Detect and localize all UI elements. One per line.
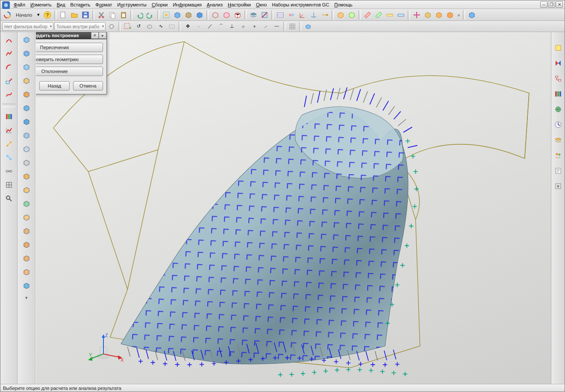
minimize-button[interactable]: – xyxy=(540,1,547,8)
back-button[interactable]: Назад xyxy=(39,81,69,91)
intersections-button[interactable]: Пересечения xyxy=(35,43,103,52)
clock-icon[interactable] xyxy=(553,119,564,130)
menu-формат[interactable]: Формат xyxy=(93,2,115,8)
block-blue-icon[interactable] xyxy=(20,102,33,114)
menu-наборы инструментов gc[interactable]: Наборы инструментов GC xyxy=(269,2,332,8)
dialog-titlebar[interactable]: ◂ ↖ Подтвердить построение ✕ ▸ xyxy=(35,32,106,39)
dialog-close-button[interactable]: ✕ xyxy=(91,32,99,39)
redo-icon[interactable] xyxy=(145,10,156,20)
books2-icon[interactable] xyxy=(553,88,564,99)
tool-a-icon[interactable] xyxy=(275,10,285,20)
snap-point-icon[interactable]: · xyxy=(194,21,204,32)
snap-circle-icon[interactable]: ○ xyxy=(238,21,248,32)
menu-файл[interactable]: Файл xyxy=(11,2,28,8)
curve-red-icon[interactable] xyxy=(3,34,15,46)
cube-a-icon[interactable] xyxy=(335,10,346,20)
save-icon[interactable] xyxy=(80,10,91,20)
cylinder-icon[interactable] xyxy=(20,47,33,59)
note-icon[interactable] xyxy=(553,165,564,176)
snap-perp-icon[interactable]: ⊥ xyxy=(227,21,237,32)
sel-plus-icon[interactable]: + xyxy=(122,21,132,32)
gear-icon[interactable] xyxy=(106,21,117,32)
shade-icon[interactable] xyxy=(194,10,205,20)
section-icon[interactable] xyxy=(259,10,270,20)
sel-rect-icon[interactable] xyxy=(167,21,177,32)
copy-icon[interactable] xyxy=(107,10,118,20)
box-i-icon[interactable] xyxy=(445,10,455,20)
layer-icon[interactable] xyxy=(248,10,259,20)
cone-icon[interactable] xyxy=(20,61,33,73)
menu-информация[interactable]: Информация xyxy=(170,2,204,8)
dialog-next-button[interactable]: ▸ xyxy=(99,32,106,39)
cancel-button[interactable]: Отмена xyxy=(73,81,103,91)
tangent-icon[interactable] xyxy=(3,75,15,87)
help-icon[interactable]: ? xyxy=(42,10,53,20)
snap-icon[interactable] xyxy=(3,138,15,150)
filter-combo[interactable]: Нет фильтра выбор xyxy=(2,22,53,31)
solid-cube-icon[interactable] xyxy=(467,10,477,20)
overflow-icon[interactable]: » xyxy=(456,12,461,18)
block-orange-icon[interactable] xyxy=(20,88,33,100)
snap-line-icon[interactable]: ／ xyxy=(205,21,215,32)
db-icon[interactable] xyxy=(20,129,33,141)
wire-box2-icon[interactable] xyxy=(221,10,232,20)
open-folder-icon[interactable] xyxy=(69,10,79,20)
plane-red-icon[interactable] xyxy=(362,10,373,20)
wire-box3-icon[interactable] xyxy=(232,10,243,20)
sheet2-icon[interactable] xyxy=(20,225,33,237)
menu-инструменты[interactable]: Инструменты xyxy=(115,2,149,8)
start-label[interactable]: Начало xyxy=(13,12,35,18)
box-g-icon[interactable] xyxy=(423,10,433,20)
spline-icon[interactable] xyxy=(3,88,15,100)
snap-cross-icon[interactable]: ＋ xyxy=(249,21,259,32)
sheet1-icon[interactable] xyxy=(20,211,33,223)
menu-помощь[interactable]: Помощь xyxy=(332,2,355,8)
sheet5-icon[interactable] xyxy=(20,266,33,278)
tree-red-icon[interactable] xyxy=(553,73,564,84)
menu-изменить[interactable]: Изменить xyxy=(28,2,54,8)
menu-анализ[interactable]: Анализ xyxy=(204,2,225,8)
arc-icon[interactable] xyxy=(3,61,15,73)
box-h-icon[interactable] xyxy=(434,10,444,20)
start-swirl-icon[interactable] xyxy=(2,10,12,20)
box-icon[interactable] xyxy=(20,34,33,46)
link-icon[interactable] xyxy=(3,165,15,177)
viewport-3d[interactable]: ◂ ↖ Подтвердить построение ✕ ▸ Пересечен… xyxy=(35,32,551,384)
menu-настройки[interactable]: Настройки xyxy=(225,2,253,8)
cube-b-icon[interactable] xyxy=(347,10,357,20)
tool-b-icon[interactable] xyxy=(286,10,297,20)
menu-вид[interactable]: Вид xyxy=(54,2,68,8)
scope-combo[interactable]: Только внутри рабо xyxy=(54,22,106,31)
sel-cube-icon[interactable] xyxy=(144,21,155,32)
start-dropdown-icon[interactable]: ▾ xyxy=(35,10,41,20)
grid-small-icon[interactable] xyxy=(287,21,297,32)
cube-stack-icon[interactable] xyxy=(20,143,33,155)
plane-green-icon[interactable] xyxy=(374,10,384,20)
deviation-button[interactable]: Отклонение xyxy=(35,67,103,76)
undo-icon[interactable] xyxy=(134,10,144,20)
column-icon[interactable] xyxy=(20,157,33,169)
ok-button[interactable]: ОК xyxy=(35,81,36,91)
menu-вставить[interactable]: Вставить xyxy=(68,2,93,8)
panel-yellow-icon[interactable] xyxy=(553,42,564,53)
sel-curve-icon[interactable]: ∿ xyxy=(156,21,166,32)
maximize-button[interactable]: ❐ xyxy=(548,1,555,8)
check-geometry-button[interactable]: Проверить геометрию xyxy=(35,55,103,64)
books-icon[interactable] xyxy=(3,111,15,123)
snap-arc-icon[interactable]: ⌒ xyxy=(216,21,226,32)
snap-wave-icon[interactable]: 〰 xyxy=(271,21,282,32)
menu-окно[interactable]: Окно xyxy=(253,2,270,8)
constraint-icon[interactable] xyxy=(3,152,15,164)
block-teal-icon[interactable] xyxy=(20,116,33,128)
sheet6-icon[interactable] xyxy=(20,280,33,292)
cube-small-icon[interactable] xyxy=(20,184,33,196)
snap-tan-icon[interactable]: ⟋ xyxy=(260,21,271,32)
axis-icon[interactable] xyxy=(309,10,319,20)
people-icon[interactable] xyxy=(553,150,564,161)
close-button[interactable]: ✕ xyxy=(556,1,563,8)
mirror-icon[interactable] xyxy=(553,58,564,69)
grid-icon[interactable] xyxy=(3,179,15,191)
sheet4-icon[interactable] xyxy=(20,252,33,264)
drop-icon[interactable]: ▾ xyxy=(553,181,564,192)
sheet3-icon[interactable] xyxy=(20,239,33,251)
